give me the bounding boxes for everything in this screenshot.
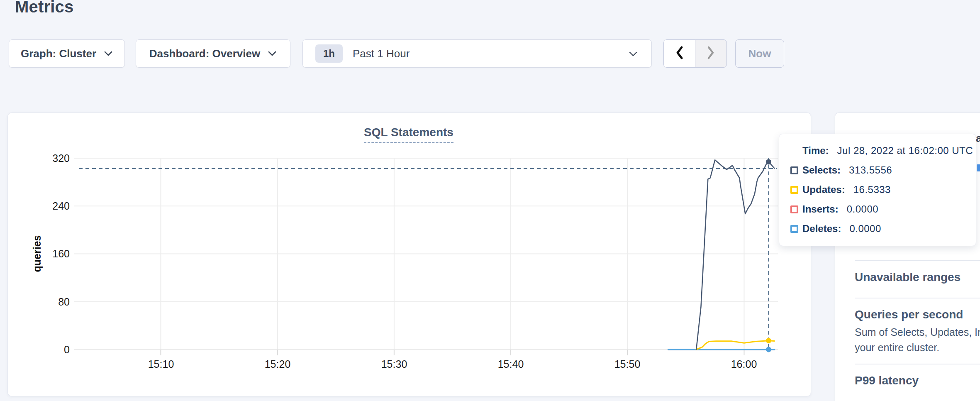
time-forward-button[interactable] (695, 39, 727, 68)
sidebar-heading-p99-latency: P99 latency (855, 374, 919, 387)
tooltip-series-label: Updates: (802, 184, 845, 196)
graph-dropdown-label: Graph: Cluster (21, 47, 96, 60)
sidebar-heading-unavailable-ranges: Unavailable ranges (855, 271, 960, 284)
sidebar-divider (855, 298, 980, 298)
chevron-down-icon (629, 51, 637, 57)
updates-series-swatch-icon (790, 186, 798, 194)
occluded-sidebar-link-fragment (977, 164, 980, 171)
tooltip-series-value: 0.0000 (849, 223, 881, 235)
sidebar-description-line: Sum of Selects, Updates, Inserts (855, 326, 980, 338)
sql-statements-chart-card (7, 112, 811, 396)
x-tick-1520: 15:20 (253, 358, 302, 370)
chevron-down-icon (268, 51, 277, 56)
y-tick-0: 0 (25, 343, 70, 356)
x-tick-1550: 15:50 (602, 358, 652, 370)
chevron-left-icon (675, 46, 685, 61)
chevron-right-icon (706, 46, 716, 61)
chart-title-wrap: SQL Statements (324, 126, 494, 143)
time-range-badge: 1h (315, 44, 343, 63)
occluded-sidebar-text-fragment: a (976, 132, 980, 145)
time-nav-group (663, 39, 727, 68)
metrics-page: { "page": { "title": "Metrics" }, "toolb… (0, 0, 980, 401)
sidebar-divider (855, 364, 980, 364)
selects-series-swatch-icon (790, 166, 798, 174)
y-tick-320: 320 (25, 152, 70, 164)
now-button[interactable]: Now (735, 39, 784, 68)
tooltip-row-inserts: Inserts: 0.0000 (779, 203, 976, 215)
tooltip-series-label: Deletes: (802, 223, 841, 235)
time-range-label: Past 1 Hour (353, 47, 410, 60)
chart-title[interactable]: SQL Statements (364, 126, 453, 143)
y-tick-80: 80 (25, 296, 70, 308)
tooltip-row-deletes: Deletes: 0.0000 (779, 223, 976, 235)
y-tick-240: 240 (25, 200, 70, 212)
tooltip-row-selects: Selects: 313.5556 (779, 164, 976, 176)
page-title: Metrics (15, 0, 73, 16)
graph-dropdown[interactable]: Graph: Cluster (9, 39, 125, 68)
tooltip-row-updates: Updates: 16.5333 (779, 184, 976, 196)
dashboard-dropdown-label: Dashboard: Overview (149, 47, 260, 60)
tooltip-series-label: Inserts: (802, 203, 839, 215)
deletes-series-swatch-icon (790, 225, 798, 233)
dashboard-dropdown[interactable]: Dashboard: Overview (136, 39, 290, 68)
time-back-button[interactable] (663, 39, 695, 68)
sidebar-description-line: your entire cluster. (855, 342, 939, 354)
tooltip-time-value: Jul 28, 2022 at 16:02:00 UTC (837, 145, 973, 156)
x-tick-1540: 15:40 (486, 358, 536, 370)
inserts-series-swatch-icon (790, 205, 798, 213)
sidebar-heading-queries-per-second: Queries per second (855, 308, 963, 321)
x-tick-1510: 15:10 (136, 358, 186, 370)
tooltip-series-value: 16.5333 (853, 184, 891, 196)
sidebar-divider (855, 260, 980, 261)
x-tick-1530: 15:30 (369, 358, 419, 370)
tooltip-time-row: Time: Jul 28, 2022 at 16:02:00 UTC (779, 145, 976, 156)
tooltip-series-value: 313.5556 (849, 164, 892, 176)
tooltip-series-value: 0.0000 (847, 203, 878, 215)
chevron-down-icon (104, 51, 113, 56)
chart-hover-tooltip: Time: Jul 28, 2022 at 16:02:00 UTC Selec… (779, 134, 976, 246)
tooltip-series-label: Selects: (802, 164, 841, 176)
y-tick-160: 160 (25, 247, 70, 260)
time-range-selector[interactable]: 1h Past 1 Hour (302, 39, 652, 68)
tooltip-time-label: Time: (802, 145, 829, 156)
x-tick-1600: 16:00 (719, 358, 769, 370)
